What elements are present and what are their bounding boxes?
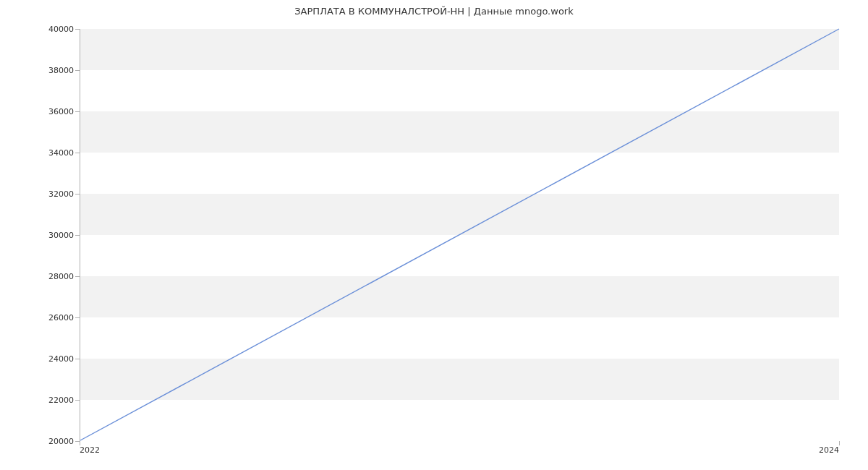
y-tick-mark <box>75 235 80 236</box>
y-tick-mark <box>75 194 80 195</box>
y-tick-label: 20000 <box>9 437 74 446</box>
y-tick-label: 30000 <box>9 231 74 240</box>
chart-line <box>80 29 839 440</box>
y-tick-mark <box>75 276 80 277</box>
y-tick-mark <box>75 317 80 318</box>
x-tick-label: 2024 <box>819 445 839 455</box>
x-tick-mark <box>839 441 840 445</box>
y-tick-label: 38000 <box>9 66 74 75</box>
chart-title: ЗАРПЛАТА В КОММУНАЛСТРОЙ-НН | Данные mno… <box>0 6 868 17</box>
plot-area <box>80 29 839 441</box>
y-tick-mark <box>75 359 80 359</box>
y-tick-label: 40000 <box>9 25 74 34</box>
y-tick-label: 24000 <box>9 354 74 364</box>
y-tick-mark <box>75 70 80 71</box>
y-tick-mark <box>75 111 80 112</box>
y-tick-label: 36000 <box>9 107 74 116</box>
y-tick-label: 34000 <box>9 148 74 158</box>
y-tick-label: 32000 <box>9 189 74 199</box>
y-tick-label: 26000 <box>9 313 74 322</box>
y-tick-label: 28000 <box>9 272 74 281</box>
x-tick-mark <box>80 441 80 445</box>
y-tick-mark <box>75 29 80 30</box>
y-tick-label: 22000 <box>9 396 74 405</box>
x-tick-label: 2022 <box>80 445 100 455</box>
y-tick-mark <box>75 153 80 153</box>
y-tick-mark <box>75 400 80 401</box>
